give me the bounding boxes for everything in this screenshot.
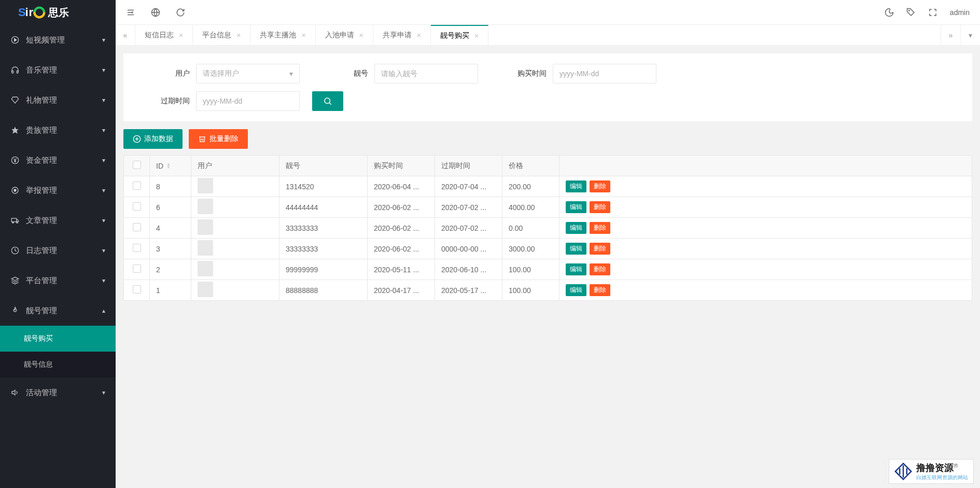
delete-button[interactable]: 删除 — [590, 180, 610, 192]
svg-point-15 — [17, 222, 18, 224]
tab-label: 平台信息 — [202, 31, 231, 40]
fullscreen-icon[interactable] — [928, 8, 937, 17]
sidebar-item-3[interactable]: 贵族管理▾ — [0, 115, 116, 145]
select-all-checkbox[interactable] — [133, 161, 141, 169]
close-icon[interactable]: × — [179, 31, 183, 39]
cell-exptime: 2020-05-17 ... — [435, 280, 502, 301]
row-checkbox[interactable] — [133, 264, 141, 273]
watermark: 撸撸资源® 白嫖互联网资源的网站 — [889, 459, 974, 484]
cell-user — [191, 259, 279, 280]
tab-0[interactable]: 短信日志× — [135, 25, 193, 45]
edit-button[interactable]: 编辑 — [566, 180, 586, 192]
close-icon[interactable]: × — [236, 31, 241, 39]
close-icon[interactable]: × — [301, 31, 305, 39]
batch-delete-button[interactable]: 批量删除 — [189, 129, 248, 149]
chevron-icon: ▾ — [102, 36, 105, 44]
avatar — [198, 219, 213, 235]
sidebar-item-6[interactable]: 文章管理▾ — [0, 205, 116, 235]
sidebar-item-9[interactable]: 靓号管理▴ — [0, 296, 116, 326]
topbar: admin — [116, 0, 980, 25]
edit-button[interactable]: 编辑 — [566, 201, 586, 213]
th-price: 价格 — [502, 156, 559, 176]
sidebar-item-2[interactable]: 礼物管理▾ — [0, 85, 116, 115]
cell-id: 4 — [150, 218, 191, 239]
th-id[interactable]: ID — [156, 162, 163, 170]
cell-exptime: 0000-00-00 ... — [435, 239, 502, 259]
row-checkbox[interactable] — [133, 223, 141, 231]
row-checkbox[interactable] — [133, 182, 141, 190]
dot-icon — [10, 186, 20, 194]
sidebar-item-10[interactable]: 活动管理▾ — [0, 378, 116, 408]
tab-3[interactable]: 入池申请× — [316, 25, 373, 45]
row-checkbox[interactable] — [133, 202, 141, 211]
user-name[interactable]: admin — [950, 8, 970, 17]
sidebar-item-7[interactable]: 日志管理▾ — [0, 235, 116, 266]
svg-point-12 — [14, 189, 16, 191]
sidebar-item-label: 日志管理 — [26, 246, 102, 256]
cell-id: 6 — [150, 197, 191, 218]
tabs-prev-icon[interactable]: « — [116, 25, 135, 45]
user-select[interactable]: 请选择用户 ▾ — [196, 64, 300, 83]
chevron-icon: ▾ — [102, 277, 105, 284]
tab-label: 入池申请 — [325, 31, 354, 40]
sort-icon[interactable]: ▲▼ — [166, 163, 171, 169]
exptime-input[interactable] — [196, 91, 300, 111]
sidebar-item-8[interactable]: 平台管理▾ — [0, 266, 116, 296]
delete-button[interactable]: 删除 — [590, 243, 610, 255]
sidebar-item-label: 礼物管理 — [26, 95, 102, 105]
chevron-icon: ▾ — [102, 127, 105, 134]
cell-price: 0.00 — [502, 218, 559, 239]
buytime-input[interactable] — [553, 64, 656, 83]
cell-buytime: 2020-04-17 ... — [368, 280, 435, 301]
sidebar-item-5[interactable]: 举报管理▾ — [0, 175, 116, 205]
delete-button[interactable]: 删除 — [590, 222, 610, 234]
tab-4[interactable]: 共享申请× — [373, 25, 431, 45]
tabs-menu-icon[interactable]: ▾ — [960, 25, 980, 45]
theme-icon[interactable] — [885, 8, 894, 17]
sidebar-subitem-9-0[interactable]: 靓号购买 — [0, 326, 116, 352]
number-input[interactable] — [374, 64, 478, 83]
tab-label: 短信日志 — [145, 31, 174, 40]
row-checkbox[interactable] — [133, 285, 141, 294]
svg-rect-13 — [11, 218, 16, 222]
chevron-icon: ▾ — [102, 247, 105, 254]
sidebar-subitem-9-1[interactable]: 靓号信息 — [0, 352, 116, 378]
tab-2[interactable]: 共享主播池× — [250, 25, 315, 45]
tab-1[interactable]: 平台信息× — [193, 25, 250, 45]
cell-buytime: 2020-06-04 ... — [368, 176, 435, 197]
delete-button[interactable]: 删除 — [590, 263, 610, 275]
tabstrip: « 短信日志×平台信息×共享主播池×入池申请×共享申请×靓号购买× » ▾ — [116, 25, 980, 46]
tab-5[interactable]: 靓号购买× — [431, 25, 488, 45]
play-icon — [10, 36, 20, 44]
flame-icon — [10, 306, 20, 315]
chevron-icon: ▴ — [102, 307, 105, 314]
edit-button[interactable]: 编辑 — [566, 222, 586, 234]
edit-button[interactable]: 编辑 — [566, 243, 586, 255]
sidebar-item-1[interactable]: 音乐管理▾ — [0, 55, 116, 85]
edit-button[interactable]: 编辑 — [566, 263, 586, 275]
tab-label: 共享主播池 — [260, 31, 296, 40]
sidebar-item-label: 短视频管理 — [26, 35, 102, 45]
add-button[interactable]: 添加数据 — [123, 129, 183, 149]
svg-marker-17 — [11, 277, 18, 281]
close-icon[interactable]: × — [359, 31, 363, 39]
row-checkbox[interactable] — [133, 244, 141, 252]
collapse-icon[interactable] — [126, 8, 135, 17]
refresh-icon[interactable] — [176, 8, 185, 17]
tabs-next-icon[interactable]: » — [941, 25, 960, 45]
user-select-placeholder: 请选择用户 — [203, 69, 239, 78]
speaker-icon — [10, 388, 20, 397]
table-row: 813145202020-06-04 ...2020-07-04 ...200.… — [124, 176, 972, 197]
sidebar-item-0[interactable]: 短视频管理▾ — [0, 25, 116, 55]
close-icon[interactable]: × — [474, 32, 479, 40]
close-icon[interactable]: × — [417, 31, 421, 39]
cell-user — [191, 218, 279, 239]
sidebar-item-4[interactable]: 资金管理▾ — [0, 145, 116, 175]
search-button[interactable] — [312, 91, 343, 111]
edit-button[interactable]: 编辑 — [566, 284, 586, 296]
delete-button[interactable]: 删除 — [590, 201, 610, 213]
tag-icon[interactable] — [906, 8, 916, 17]
delete-button[interactable]: 删除 — [590, 284, 610, 296]
watermark-brand: 撸撸资源 — [916, 463, 954, 473]
globe-icon[interactable] — [151, 8, 160, 17]
